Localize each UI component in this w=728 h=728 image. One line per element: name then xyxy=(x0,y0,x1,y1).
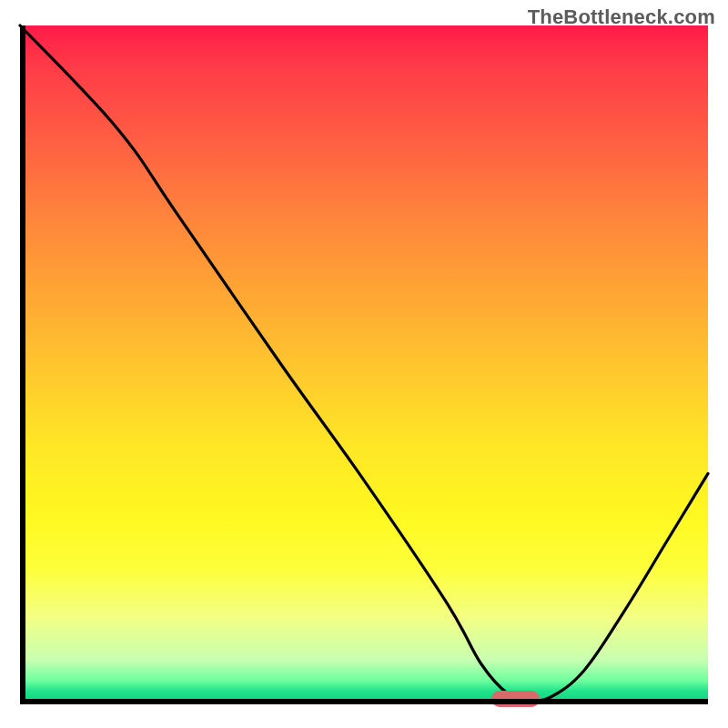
x-axis xyxy=(20,699,708,704)
plot-area xyxy=(20,25,708,704)
curve-path xyxy=(20,25,708,701)
y-axis xyxy=(20,25,25,704)
bottleneck-curve xyxy=(20,25,708,704)
